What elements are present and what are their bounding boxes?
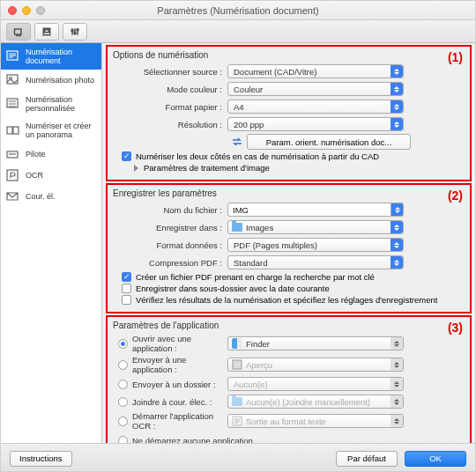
orientation-settings-button[interactable]: Param. orient. numérisation doc... — [247, 134, 411, 150]
radio-send-to-app[interactable] — [118, 360, 128, 370]
group-title: Paramètres de l'application — [113, 321, 465, 330]
svg-rect-7 — [7, 75, 18, 84]
ocr-icon — [6, 169, 20, 181]
svg-rect-2 — [45, 29, 49, 32]
radio-label: Joindre à cour. élec. : — [132, 397, 212, 407]
toolbar — [1, 20, 475, 43]
svg-rect-14 — [233, 360, 242, 369]
label-save-in: Enregistrer dans : — [113, 223, 227, 232]
chevron-updown-icon — [390, 118, 403, 130]
chevron-updown-icon — [390, 100, 403, 113]
footer: Instructions Par défaut OK — [1, 443, 475, 472]
select-save-in[interactable]: Images — [227, 220, 404, 234]
select-pdf-compression[interactable]: Standard — [227, 255, 404, 269]
button-label: Instructions — [19, 454, 63, 463]
chevron-updown-icon — [390, 65, 403, 77]
select-value: 200 ppp — [234, 120, 264, 129]
checkbox-save-subfolder[interactable] — [122, 284, 131, 293]
disclosure-image-processing[interactable]: Paramètres de traitement d'image — [122, 163, 465, 173]
select-paper-size[interactable]: A4 — [227, 100, 404, 114]
label-filename: Nom du fichier : — [113, 205, 227, 215]
radio-label: Ouvrir avec une application : — [132, 334, 222, 353]
tab-general[interactable] — [63, 23, 87, 41]
select-attach-email[interactable]: Aucun(e) (Joindre manuellement) — [227, 395, 404, 409]
sidebar-item-label: Pilote — [26, 150, 46, 159]
sidebar-item-driver[interactable]: Pilote — [1, 144, 101, 165]
text-output-icon — [232, 416, 242, 426]
sidebar-item-scan-custom[interactable]: Numérisation personnalisée — [1, 91, 101, 117]
radio-start-ocr[interactable] — [118, 417, 128, 426]
select-send-to-app[interactable]: Aperçu — [227, 358, 404, 372]
sidebar-item-label: Numérisation photo — [26, 76, 94, 85]
group-tag: (1) — [448, 50, 463, 64]
panorama-icon — [6, 124, 20, 136]
radio-send-to-folder[interactable] — [118, 380, 128, 389]
checkbox-searchable-pdf[interactable]: ✓ — [122, 272, 131, 282]
finder-icon — [232, 338, 242, 349]
tab-scan-from-panel[interactable] — [34, 23, 59, 41]
sidebar-item-label: Numérisation personnalisée — [26, 95, 96, 113]
filename-field[interactable]: IMG — [227, 203, 391, 217]
chevron-updown-icon — [390, 256, 403, 269]
sidebar: Numérisation document Numérisation photo… — [1, 43, 102, 443]
mail-icon — [6, 190, 20, 203]
group-title: Options de numérisation — [113, 50, 465, 60]
sidebar-item-scan-panorama[interactable]: Numériser et créer un panorama — [1, 117, 101, 144]
sidebar-item-label: Numériser et créer un panorama — [26, 122, 96, 139]
filename-dropdown[interactable] — [391, 203, 404, 217]
button-label: OK — [429, 454, 442, 463]
select-resolution[interactable]: 200 ppp — [227, 117, 404, 131]
chevron-updown-icon — [390, 358, 403, 371]
chevron-updown-icon — [390, 378, 403, 390]
select-value: Couleur — [234, 85, 263, 94]
group-title: Enregistrer les paramètres — [113, 188, 465, 198]
sidebar-item-email[interactable]: Cour. él. — [1, 186, 101, 207]
checkbox-duplex[interactable]: ✓ — [122, 151, 131, 161]
checkbox-label: Vérifiez les résultats de la numérisatio… — [136, 295, 437, 305]
select-start-ocr[interactable]: Sortie au format texte — [227, 414, 404, 428]
radio-open-with-app[interactable] — [118, 339, 128, 349]
ok-button[interactable]: OK — [405, 451, 466, 467]
select-data-format[interactable]: PDF (Pages multiples) — [227, 238, 404, 252]
tab-scan-from-computer[interactable] — [6, 23, 31, 41]
radio-no-app[interactable] — [118, 436, 128, 444]
checkbox-label: Créer un fichier PDF prenant en charge l… — [136, 272, 375, 282]
sidebar-item-scan-photo[interactable]: Numérisation photo — [1, 70, 101, 91]
select-source[interactable]: Document (CAD/Vitre) — [227, 64, 404, 78]
custom-icon — [6, 98, 20, 110]
select-send-to-folder[interactable]: Aucun(e) — [227, 377, 404, 391]
sidebar-item-label: Cour. él. — [26, 192, 56, 201]
main-panel: (1) Options de numérisation Sélectionner… — [102, 43, 475, 443]
sidebar-item-label: Numérisation document — [26, 48, 96, 65]
defaults-button[interactable]: Par défaut — [336, 451, 398, 467]
select-value: PDF (Pages multiples) — [234, 240, 317, 250]
label-source: Sélectionner source : — [113, 67, 227, 77]
photo-icon — [6, 74, 20, 86]
select-open-with-app[interactable]: Finder — [227, 336, 404, 350]
group-app-settings: (3) Paramètres de l'application Ouvrir a… — [106, 315, 472, 443]
radio-attach-email[interactable] — [118, 397, 128, 407]
group-tag: (3) — [448, 321, 463, 335]
group-tag: (2) — [448, 188, 463, 203]
radio-label: Démarrer l'application OCR : — [132, 411, 222, 431]
instructions-button[interactable]: Instructions — [10, 451, 72, 467]
select-value: Sortie au format texte — [246, 417, 326, 426]
checkbox-verify-results[interactable] — [122, 295, 131, 305]
group-scan-options: (1) Options de numérisation Sélectionner… — [106, 45, 472, 181]
triangle-right-icon — [134, 165, 138, 172]
svg-rect-13 — [7, 170, 18, 181]
svg-rect-10 — [7, 127, 12, 134]
radio-label: Envoyer à une application : — [132, 355, 222, 374]
label-resolution: Résolution : — [113, 120, 227, 129]
preview-app-icon — [232, 359, 242, 370]
select-color-mode[interactable]: Couleur — [227, 82, 404, 96]
label-data-format: Format données : — [113, 240, 227, 250]
sidebar-item-scan-document[interactable]: Numérisation document — [1, 43, 101, 70]
button-label: Param. orient. numérisation doc... — [266, 137, 392, 147]
label-color-mode: Mode couleur : — [113, 85, 227, 94]
select-value: Finder — [246, 339, 270, 349]
chevron-updown-icon — [390, 239, 403, 251]
folder-icon — [232, 222, 242, 232]
select-value: Aperçu — [246, 360, 272, 370]
sidebar-item-ocr[interactable]: OCR — [1, 165, 101, 186]
